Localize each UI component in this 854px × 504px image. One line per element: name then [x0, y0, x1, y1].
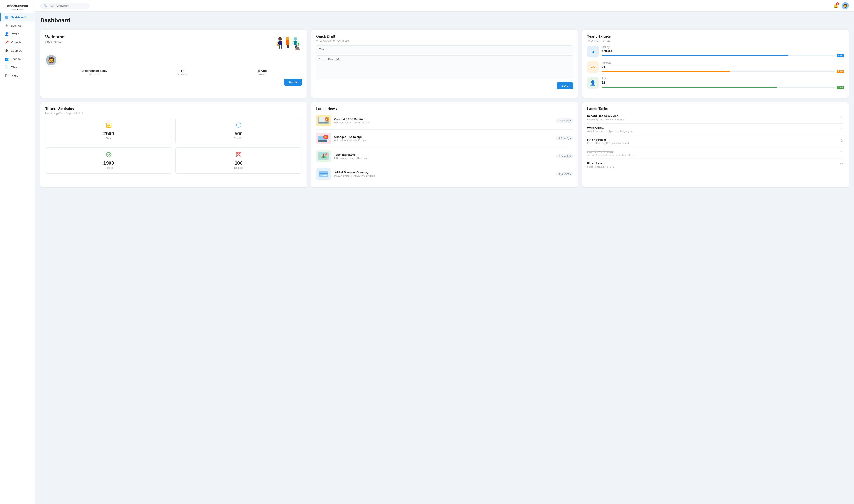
sidebar-item-settings[interactable]: ⚙ Settings	[0, 21, 35, 30]
svg-rect-42	[319, 173, 328, 174]
news-date-payment: 9 Days Ago	[556, 172, 573, 176]
task-video-info: Record One New Video Record Python Creat…	[587, 114, 839, 121]
svg-point-0	[278, 37, 282, 41]
ticket-deleted-label: Deleted	[179, 166, 298, 169]
yearly-targets-subtitle: Targets Of The Year	[587, 39, 844, 42]
svg-rect-10	[289, 45, 290, 48]
ticket-pending-icon	[179, 122, 298, 129]
search-box[interactable]: 🔍	[40, 3, 89, 9]
ticket-deleted: 100 Deleted	[175, 147, 302, 174]
search-icon: 🔍	[44, 4, 47, 7]
tickets-title: Tickets Statistics	[45, 107, 302, 111]
target-projects-details: Projects 24 55%	[602, 61, 844, 73]
sidebar-item-profile[interactable]: 👤 Profile	[0, 30, 35, 38]
task-lesson-title: Finish Lesson	[587, 162, 839, 165]
ticket-deleted-icon	[179, 151, 298, 159]
sidebar-nav: ▤ Dashboard ⚙ Settings 👤 Profile 📌 Proje…	[0, 13, 35, 80]
news-item-design: Changed The Design A Brand New Website D…	[316, 129, 573, 147]
svg-rect-14	[295, 46, 296, 49]
svg-rect-44	[323, 175, 325, 176]
ticket-closed-number: 1900	[49, 160, 168, 166]
sidebar-item-dashboard[interactable]: ▤ Dashboard	[0, 13, 35, 21]
content-area: Dashboard Welcome Abdelrahman	[35, 12, 854, 504]
task-meeting-title: Attend The Meeting	[587, 150, 839, 153]
task-meeting-delete[interactable]: 🗑	[839, 150, 844, 154]
ticket-pending: 500 Pending	[175, 118, 302, 144]
notification-button[interactable]: 🔔 6	[833, 3, 838, 8]
svg-line-7	[284, 41, 286, 44]
task-lesson-desc: Finish Teaching Flex Box	[587, 165, 839, 168]
svg-point-35	[325, 136, 326, 138]
ticket-total-label: Total	[49, 137, 168, 140]
sidebar-item-files[interactable]: 📄 Files	[0, 63, 35, 71]
money-progress-fill	[602, 55, 788, 56]
welcome-illustration	[274, 34, 302, 52]
draft-thought-textarea[interactable]	[316, 55, 573, 79]
news-content-sass: Created SASS Section New SASS Examples &…	[334, 118, 553, 124]
task-meeting: Attend The Meeting Attend The Project Bu…	[587, 147, 844, 159]
svg-rect-19	[277, 44, 279, 44]
yearly-targets-card: Yearly Targets Targets Of The Year $ Mon…	[582, 30, 849, 98]
task-finish-project: Finish Project Publish Academy Programmi…	[587, 136, 844, 147]
projects-badge: 55%	[837, 70, 844, 73]
user-stats: Abdelrahman Samy Developer 10 Projects $…	[45, 69, 302, 76]
news-date-team: 7 Days Ago	[556, 154, 573, 158]
task-video: Record One New Video Record Python Creat…	[587, 112, 844, 124]
ticket-total-number: 2500	[49, 131, 168, 137]
task-lesson: Finish Lesson Finish Teaching Flex Box 🗑	[587, 159, 844, 171]
sidebar-label-dashboard: Dashboard	[11, 16, 27, 19]
task-article-title: Write Article	[587, 126, 839, 129]
latest-news-title: Latest News	[316, 107, 573, 111]
sidebar-label-friends: Friends	[11, 57, 21, 60]
svg-rect-45	[325, 175, 327, 176]
target-money-icon: $	[587, 46, 598, 57]
news-title-payment: Added Payment Gateway	[334, 171, 553, 174]
team-badge: 75%	[837, 86, 844, 89]
svg-rect-3	[279, 46, 280, 49]
page-title-underline	[40, 24, 48, 25]
topbar: 🔍 🔔 6 🧔	[35, 0, 854, 12]
search-input[interactable]	[49, 4, 85, 7]
task-video-delete[interactable]: 🗑	[839, 114, 844, 119]
news-content-team: Team Increased 3 Developers Joined The T…	[334, 153, 553, 159]
news-thumb-sass	[316, 115, 331, 126]
svg-rect-31	[319, 122, 328, 123]
tickets-card: Tickets Statistics Everything About Supp…	[40, 102, 307, 187]
ticket-total-icon	[49, 122, 168, 129]
latest-tasks-title: Latest Tasks	[587, 107, 844, 111]
task-finish-project-desc: Publish Academy Programming Project	[587, 142, 839, 144]
sidebar-label-projects: Projects	[11, 41, 21, 44]
ticket-closed-icon	[49, 151, 168, 159]
news-item-payment: Added Payment Gateway Many New Payment G…	[316, 165, 573, 183]
sidebar-item-plans[interactable]: 📋 Plans	[0, 71, 35, 80]
news-thumb-payment	[316, 168, 331, 180]
plans-icon: 📋	[5, 74, 8, 77]
profile-button[interactable]: Profile	[284, 79, 302, 86]
news-title-design: Changed The Design	[334, 135, 553, 139]
save-draft-button[interactable]: Save	[557, 82, 573, 89]
bottom-row: Tickets Statistics Everything About Supp…	[40, 102, 849, 187]
target-money: $ Money $20.000 80%	[587, 46, 844, 57]
user-avatar-img: 🧔	[45, 54, 57, 66]
svg-point-11	[294, 37, 297, 41]
sidebar-item-friends[interactable]: 👥 Friends	[0, 55, 35, 63]
sidebar-item-courses[interactable]: 🎓 Courses	[0, 46, 35, 55]
projects-progress-row: 55%	[602, 70, 844, 73]
notification-badge: 6	[836, 2, 839, 5]
task-video-desc: Record Python Create Exe Project	[587, 118, 839, 121]
draft-title-input[interactable]	[316, 46, 573, 53]
task-finish-project-delete[interactable]: 🗑	[839, 138, 844, 142]
team-progress-row: 75%	[602, 86, 844, 89]
task-lesson-delete[interactable]: 🗑	[839, 162, 844, 166]
user-avatar[interactable]: 🧔	[842, 2, 849, 9]
task-article-delete[interactable]: 🗑	[839, 126, 844, 131]
quick-draft-subtitle: Write A Draft For Your Ideas	[316, 39, 573, 42]
quick-draft-title: Quick Draft	[316, 34, 573, 38]
task-meeting-info: Attend The Meeting Attend The Project Bu…	[587, 150, 839, 156]
latest-news-card: Latest News Created SASS Section New SAS…	[311, 102, 578, 187]
welcome-title: Welcome	[45, 34, 64, 39]
svg-rect-4	[281, 46, 282, 49]
sidebar-item-projects[interactable]: 📌 Projects	[0, 38, 35, 46]
sidebar-label-files: Files	[11, 66, 17, 69]
news-item-sass: Created SASS Section New SASS Examples &…	[316, 112, 573, 129]
